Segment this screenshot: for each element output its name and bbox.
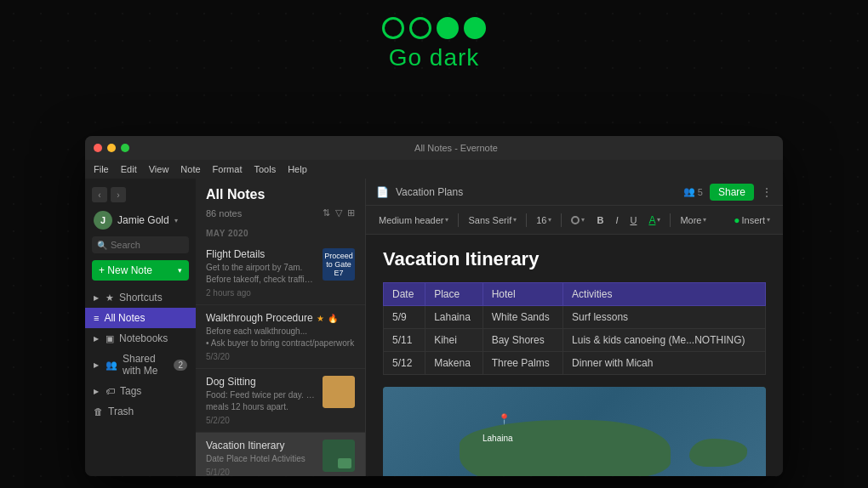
tagline-dark: dark xyxy=(430,44,479,71)
toolbar-separator xyxy=(526,213,527,227)
table-cell-activities: Luis & kids canoeing (Me...NOTHING) xyxy=(563,329,766,352)
format-dropdown[interactable]: Medium header ▾ xyxy=(374,213,453,228)
shared-badge: 2 xyxy=(174,360,187,371)
map-image: Lahaina 📍 xyxy=(383,387,766,476)
color-circle-icon xyxy=(571,216,580,224)
size-dropdown[interactable]: 16 ▾ xyxy=(532,213,556,228)
sidebar-item-label: Notebooks xyxy=(119,332,168,344)
map-land2 xyxy=(689,439,747,467)
table-cell-place: Kihei xyxy=(425,329,483,352)
vacation-table: Date Place Hotel Activities 5/9 Lahaina … xyxy=(383,282,766,375)
expand-icon: ▶ xyxy=(94,294,99,302)
sidebar-item-shortcuts[interactable]: ▶ ★ Shortcuts xyxy=(85,287,196,308)
more-chevron-icon: ▾ xyxy=(703,216,706,224)
close-button[interactable] xyxy=(94,144,102,152)
note-item-walkthrough[interactable]: Walkthrough Procedure ★ 🔥 Before each wa… xyxy=(196,305,365,369)
map-land xyxy=(460,420,671,477)
notebooks-icon: ▣ xyxy=(106,333,114,344)
insert-icon: ● xyxy=(734,214,740,226)
minimize-button[interactable] xyxy=(107,144,116,152)
sort-icon[interactable]: ⇅ xyxy=(323,207,330,218)
table-row: 5/11 Kihei Bay Shores Luis & kids canoei… xyxy=(384,329,766,352)
insert-button[interactable]: ● Insert ▾ xyxy=(729,212,774,229)
note-preview: Date Place Hotel Activities xyxy=(206,453,316,465)
user-menu[interactable]: J Jamie Gold ▾ xyxy=(85,207,196,236)
maximize-button[interactable] xyxy=(121,144,129,152)
filter-icon[interactable]: ▽ xyxy=(335,207,342,218)
font-chevron-icon: ▾ xyxy=(513,216,517,224)
menu-view[interactable]: View xyxy=(149,164,169,174)
logo-circle-1 xyxy=(382,17,404,39)
app-window: All Notes - Evernote File Edit View Note… xyxy=(85,136,783,476)
note-title: Flight Details xyxy=(206,248,316,260)
font-dropdown[interactable]: Sans Serif ▾ xyxy=(464,213,521,228)
menu-tools[interactable]: Tools xyxy=(254,164,276,174)
shared-icon: 👥 xyxy=(106,360,117,371)
note-list-meta: 86 notes ⇅ ▽ ⊞ xyxy=(206,207,355,218)
color-button[interactable]: ▾ xyxy=(567,213,589,227)
sidebar-item-notebooks[interactable]: ▶ ▣ Notebooks xyxy=(85,328,196,349)
table-cell-hotel: White Sands xyxy=(483,306,562,329)
sidebar-item-label: Trash xyxy=(108,406,134,417)
share-count: 👥 5 xyxy=(683,186,703,197)
sidebar-item-label: Tags xyxy=(120,385,141,397)
more-button[interactable]: More ▾ xyxy=(676,213,711,228)
note-date: 5/3/20 xyxy=(206,352,355,361)
forward-button[interactable]: › xyxy=(111,187,126,202)
toolbar-separator xyxy=(458,213,459,227)
menu-help[interactable]: Help xyxy=(288,164,307,174)
sidebar-item-trash[interactable]: 🗑 Trash xyxy=(85,401,196,422)
avatar: J xyxy=(94,211,112,230)
note-count: 86 notes xyxy=(206,208,242,218)
note-item-vacation[interactable]: Vacation Itinerary Date Place Hotel Acti… xyxy=(196,433,365,476)
underline-button[interactable]: U xyxy=(625,213,641,228)
note-item-flight[interactable]: Flight Details Get to the airport by 7am… xyxy=(196,241,365,305)
map-pin-1: 📍 xyxy=(498,413,511,425)
sidebar-item-tags[interactable]: ▶ 🏷 Tags xyxy=(85,381,196,401)
note-preview: Get to the airport by 7am. xyxy=(206,262,316,274)
menu-edit[interactable]: Edit xyxy=(121,164,137,174)
editor-toolbar: Medium header ▾ Sans Serif ▾ 16 ▾ ▾ xyxy=(366,206,783,235)
bold-button[interactable]: B xyxy=(592,213,608,228)
map-label: Lahaina xyxy=(483,434,513,443)
sidebar-item-all-notes[interactable]: ≡ All Notes xyxy=(85,308,196,328)
view-icon[interactable]: ⊞ xyxy=(347,207,355,218)
note-preview-2: • Ask buyer to bring contract/paperwork xyxy=(206,338,355,349)
menu-format[interactable]: Format xyxy=(213,164,243,174)
menu-note[interactable]: Note xyxy=(180,164,200,174)
trash-icon: 🗑 xyxy=(94,406,103,417)
menu-file[interactable]: File xyxy=(94,164,109,174)
tagline: Go dark xyxy=(389,44,480,71)
user-name: Jamie Gold xyxy=(117,214,169,226)
new-note-label: + New Note xyxy=(99,264,174,276)
search-input[interactable] xyxy=(111,240,184,250)
sidebar: ‹ › J Jamie Gold ▾ 🔍 + New Note ▾ ▶ ★ Sh… xyxy=(85,179,196,476)
note-title: Vacation Itinerary xyxy=(206,440,316,451)
insert-chevron-icon: ▾ xyxy=(767,216,770,224)
window-title: All Notes - Evernote xyxy=(138,143,774,153)
table-header-hotel: Hotel xyxy=(483,283,562,306)
sidebar-item-label: Shortcuts xyxy=(119,292,163,304)
note-content: Flight Details Get to the airport by 7am… xyxy=(206,248,316,298)
search-box[interactable]: 🔍 xyxy=(92,236,189,253)
table-header-activities: Activities xyxy=(563,283,766,306)
back-button[interactable]: ‹ xyxy=(92,187,107,202)
editor-top-bar: 📄 Vacation Plans 👥 5 Share ⋮ xyxy=(366,179,783,206)
note-date: 5/1/20 xyxy=(206,468,316,476)
note-thumbnail xyxy=(323,376,355,408)
italic-button[interactable]: I xyxy=(611,213,622,228)
note-preview-2: meals 12 hours apart. xyxy=(206,401,316,413)
note-list-header: All Notes 86 notes ⇅ ▽ ⊞ xyxy=(196,179,365,224)
more-options-button[interactable]: ⋮ xyxy=(761,185,773,199)
editor-content[interactable]: Vacation Itinerary Date Place Hotel Acti… xyxy=(366,235,783,476)
branding-section: Go dark xyxy=(0,17,868,71)
share-button[interactable]: Share xyxy=(710,184,754,201)
note-item-dog[interactable]: Dog Sitting Food: Feed twice per day. Sp… xyxy=(196,369,365,433)
editor-title: Vacation Itinerary xyxy=(383,248,766,270)
text-color-button[interactable]: A ▾ xyxy=(644,212,665,229)
new-note-button[interactable]: + New Note ▾ xyxy=(92,260,189,281)
table-header-place: Place xyxy=(425,283,483,306)
map-thumbnail xyxy=(323,440,355,472)
note-content: Dog Sitting Food: Feed twice per day. Sp… xyxy=(206,376,316,425)
sidebar-item-shared[interactable]: ▶ 👥 Shared with Me 2 xyxy=(85,349,196,381)
